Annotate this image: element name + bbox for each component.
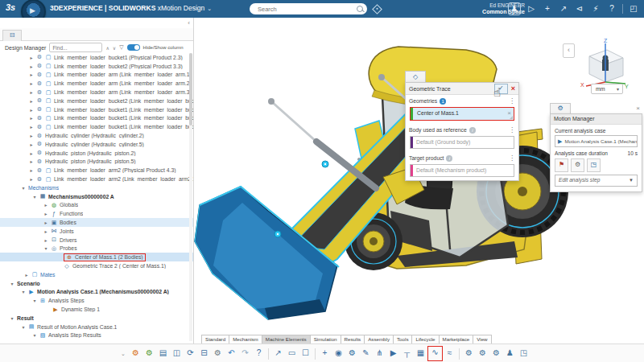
- expander-icon[interactable]: ▸: [29, 150, 34, 156]
- results-table-icon[interactable]: ▦: [414, 347, 427, 360]
- tab-results[interactable]: Results: [341, 335, 365, 343]
- settings-button[interactable]: ⚙: [571, 158, 584, 172]
- expander-icon[interactable]: ▾: [43, 245, 48, 251]
- orbit-icon[interactable]: ◉: [332, 347, 345, 360]
- expander-icon[interactable]: ▸: [29, 80, 34, 86]
- expander-icon[interactable]: ▾: [10, 281, 14, 286]
- dialog-tab[interactable]: ◇: [405, 71, 426, 83]
- expander-icon[interactable]: ▸: [43, 228, 48, 234]
- axis-system-icon[interactable]: +: [318, 347, 332, 360]
- tree-item[interactable]: ▾⊞Analysis Steps: [0, 296, 193, 305]
- tab-mechanism[interactable]: Mechanism: [229, 335, 262, 343]
- find-next-icon[interactable]: ∨: [113, 45, 116, 51]
- tree-item[interactable]: ▸▢Mates: [0, 270, 193, 279]
- tree-item[interactable]: ▾Mechanisms: [0, 183, 193, 192]
- expander-icon[interactable]: ▾: [10, 315, 14, 321]
- gear-analysis-2-icon[interactable]: ⚙: [476, 347, 489, 360]
- probe-button[interactable]: ⚑: [555, 158, 568, 172]
- tree-item[interactable]: ▾Scenario: [0, 279, 193, 288]
- gear-analysis-3-icon[interactable]: ⚙: [489, 347, 503, 360]
- copy-icon[interactable]: ⊟: [197, 347, 211, 360]
- search-input[interactable]: [256, 4, 348, 14]
- expander-icon[interactable]: ▸: [29, 98, 34, 104]
- bounding-box-icon[interactable]: ▭: [285, 347, 299, 360]
- expander-icon[interactable]: ▾: [32, 194, 37, 200]
- tree-item[interactable]: ▸⚙▢Link_member_loader_bucket2 (Link_memb…: [0, 97, 193, 105]
- assistant-icon[interactable]: ⚡: [590, 2, 601, 15]
- tree-item[interactable]: ▾Result: [0, 314, 193, 323]
- view-box-icon[interactable]: ☐: [299, 347, 312, 360]
- expander-icon[interactable]: ▸: [29, 133, 34, 138]
- panel-collapse-icon[interactable]: ‹: [188, 19, 190, 27]
- tree-item[interactable]: ▾▤Result of Motion Analysis Case.1: [0, 323, 193, 331]
- find-prev-icon[interactable]: ∧: [105, 45, 109, 51]
- tree-item[interactable]: ▸▣Bodies: [0, 218, 193, 227]
- panel-title[interactable]: Motion Manager: [551, 114, 642, 125]
- redo-icon[interactable]: ↷: [238, 347, 252, 360]
- collaborate-icon[interactable]: ⊲: [574, 2, 585, 15]
- dialog-title-bar[interactable]: Geometric Trace ✓ ×: [406, 83, 518, 95]
- tab-simulation[interactable]: Simulation: [310, 335, 341, 343]
- units-dropdown[interactable]: mm▾: [591, 84, 623, 94]
- expander-icon[interactable]: ▸: [43, 237, 48, 243]
- expander-icon[interactable]: ▸: [29, 64, 34, 69]
- tree-item[interactable]: ▸⚙Hydraulic_cylinder (Hydraulic_cylinder…: [0, 140, 193, 149]
- help-icon[interactable]: ?: [606, 2, 617, 15]
- kebab-menu-icon[interactable]: ⋮: [509, 97, 515, 105]
- save-as-icon[interactable]: ◫: [170, 347, 184, 360]
- tag-icon[interactable]: [372, 4, 382, 14]
- export-motion-icon[interactable]: ♟: [503, 347, 517, 360]
- panel-tab[interactable]: ⚙: [550, 103, 571, 114]
- toolbar-collapse-icon[interactable]: ⌄: [121, 351, 129, 357]
- save-icon[interactable]: ▤: [156, 347, 170, 360]
- current-case-field[interactable]: ▶ Motion Analysis Case.1 (Mechanismus000: [555, 135, 638, 147]
- tree-item[interactable]: ▸⚙▢Link_member_loader_bucket1 (Physical …: [0, 53, 193, 62]
- filter-icon[interactable]: ▽: [119, 44, 123, 51]
- add-icon[interactable]: +: [542, 2, 553, 15]
- expander-icon[interactable]: ▸: [29, 158, 34, 164]
- body-reference-field[interactable]: Default (Ground body): [410, 136, 514, 149]
- tree-item[interactable]: ▶Dynamic Step 1: [0, 305, 193, 314]
- tree-item[interactable]: ▸⚙Hydraulic_cylinder (Hydraulic_cylinder…: [0, 131, 193, 140]
- expander-icon[interactable]: ▾: [32, 332, 37, 338]
- target-product-field[interactable]: Default (Mechanism product): [410, 164, 514, 177]
- tree-item[interactable]: ▾▧Analysis Step Results: [0, 331, 193, 340]
- share-model-icon[interactable]: ↗: [271, 347, 285, 360]
- expander-icon[interactable]: ▸: [29, 72, 34, 77]
- analysis-step-dropdown[interactable]: Edit analysis step ▼: [555, 175, 638, 187]
- tree-item[interactable]: ▸⋈Joints: [0, 227, 193, 236]
- tree-item[interactable]: ▸⚙▢Link_member_loader_arm (Link_member_l…: [0, 88, 193, 97]
- tree-item[interactable]: ◇Geometric Trace 2 ( Center of Mass.1): [0, 261, 193, 270]
- tab-tools[interactable]: Tools: [393, 335, 412, 343]
- tab-lifecycle[interactable]: Lifecycle: [411, 335, 439, 343]
- select-tool-icon[interactable]: ▶: [386, 347, 400, 360]
- tab-machine-elements[interactable]: Machine Elements: [262, 335, 311, 343]
- find-input[interactable]: [49, 43, 102, 52]
- fullscreen-icon[interactable]: ◰: [628, 2, 639, 15]
- expander-icon[interactable]: ▾: [21, 324, 26, 330]
- kebab-menu-icon[interactable]: ⋮: [509, 126, 515, 134]
- tree-item[interactable]: ⊕Center of Mass.1 (2 Bodies): [0, 253, 193, 261]
- settings-icon[interactable]: ⚙: [211, 347, 225, 360]
- tree-item[interactable]: ▸◍Globals: [0, 201, 193, 210]
- tree-item[interactable]: ▸⚙▢Link_member_loader_bucket1 (Link_memb…: [0, 105, 193, 114]
- tree-item[interactable]: ▸⚙▢Link_member_loader_arm2 (Link_member_…: [0, 175, 193, 183]
- expander-icon[interactable]: ▸: [43, 202, 48, 208]
- viewcube-collapse-button[interactable]: ‹: [563, 43, 575, 58]
- tree-item[interactable]: ▸⚙▢Link_member_loader_arm (Link_member_l…: [0, 79, 193, 88]
- app-new-icon[interactable]: ⚙: [142, 347, 156, 360]
- resize-handle[interactable]: [510, 116, 513, 119]
- tree-item[interactable]: ▸⚙▢Link_member_loader_bucket1 (Link_memb…: [0, 122, 193, 131]
- tree-item[interactable]: ▸⚙Hydraulic_piston (Hydraulic_piston.5): [0, 158, 193, 167]
- view-cube[interactable]: Z X Y: [580, 39, 630, 88]
- close-button[interactable]: ×: [511, 84, 515, 93]
- geometry-selection-field[interactable]: Center of Mass.1 ×: [410, 107, 514, 121]
- expander-icon[interactable]: ▸: [43, 220, 48, 225]
- tree-item[interactable]: ▾◎Probes: [0, 245, 193, 253]
- share-icon[interactable]: ↗: [558, 2, 569, 15]
- hide-show-toggle[interactable]: [127, 44, 140, 51]
- gear-analysis-1-icon[interactable]: ⚙: [462, 347, 476, 360]
- export-box-icon[interactable]: ◳: [517, 347, 530, 360]
- motion-trace-icon[interactable]: ≈: [443, 347, 456, 360]
- expander-icon[interactable]: ▸: [29, 107, 34, 113]
